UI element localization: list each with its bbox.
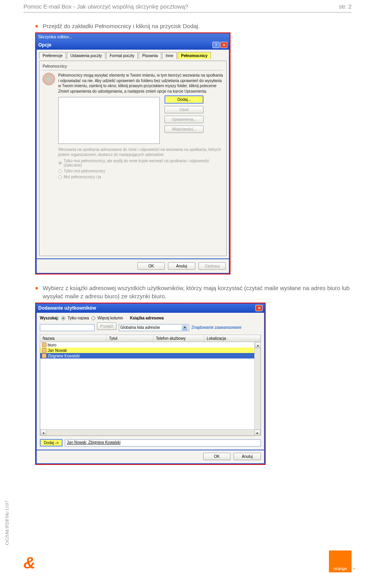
radio-more-cols[interactable] bbox=[91, 316, 95, 320]
users-list[interactable]: biuro Jan Nowak Zbigniew Kowalski ▴ ◂ ▸ bbox=[40, 342, 261, 436]
scroll-up-icon[interactable]: ▴ bbox=[255, 342, 261, 348]
permissions-button[interactable]: Uprawnienia... bbox=[164, 116, 204, 123]
tab-preferencje[interactable]: Preferencje bbox=[39, 52, 66, 59]
delegates-description: Pełnomocnicy mogą wysyłać elementy w Two… bbox=[58, 73, 223, 94]
radio-3[interactable] bbox=[58, 175, 62, 179]
user-icon bbox=[42, 342, 46, 347]
radio-1[interactable] bbox=[58, 161, 62, 165]
screenshot-dodawanie: Dodawanie użytkowników ✕ Wyszukaj: Tylko… bbox=[35, 303, 266, 465]
item-label: Zbigniew Kowalski bbox=[48, 354, 80, 358]
advanced-search-link[interactable]: Znajdowanie zaawansowane bbox=[191, 325, 241, 330]
selected-users-field[interactable]: Jan Nowak; Zbigniew Kowalski bbox=[65, 439, 261, 446]
ok-button[interactable]: OK bbox=[138, 262, 165, 270]
col-title[interactable]: Tytuł bbox=[107, 335, 154, 342]
chevron-down-icon: ▾ bbox=[182, 325, 188, 330]
addressbook-combo[interactable]: Globalna lista adresów ▾ bbox=[119, 324, 189, 331]
search-label: Wyszukaj: bbox=[40, 316, 59, 320]
bullet-icon: ■ bbox=[35, 285, 38, 300]
list-header: Nazwa Tytuł Telefon służbowy Lokalizacja bbox=[40, 335, 261, 342]
dialog-title: Opcje bbox=[38, 42, 51, 48]
ok-button[interactable]: OK bbox=[203, 453, 230, 460]
scroll-left-icon[interactable]: ◂ bbox=[40, 430, 46, 436]
doc-title: Pomoc E-mail Box - Jak utworzyć wspólną … bbox=[23, 3, 188, 10]
properties-button[interactable]: Właściwości... bbox=[164, 125, 204, 133]
addressbook-label: Książka adresowa bbox=[130, 316, 164, 320]
delegates-icon bbox=[43, 73, 55, 85]
step2-text: Wybierz z książki adresowej wszystkich u… bbox=[43, 284, 352, 300]
user-icon bbox=[42, 353, 46, 358]
scrollbar-horizontal[interactable]: ◂ ▸ bbox=[40, 429, 261, 436]
radio-name-label: Tylko nazwa bbox=[68, 316, 89, 320]
radio-more-label: Więcej kolumn bbox=[98, 316, 123, 320]
titlebar: Dodawanie użytkowników ✕ bbox=[36, 303, 265, 313]
list-item[interactable]: Zbigniew Kowalski bbox=[40, 353, 261, 359]
add-button[interactable]: Dodaj... bbox=[164, 95, 204, 104]
close-button[interactable]: ✕ bbox=[220, 42, 227, 48]
bullet-icon: ■ bbox=[35, 23, 38, 30]
item-label: Jan Nowak bbox=[48, 348, 67, 353]
radio-2[interactable] bbox=[58, 169, 62, 173]
radio-name-only[interactable] bbox=[61, 316, 65, 320]
scrollbar-vertical[interactable]: ▴ bbox=[254, 342, 261, 429]
search-input[interactable] bbox=[40, 324, 95, 331]
step1-text: Przejdź do zakładki Pełnomocnicy i klikn… bbox=[43, 22, 200, 30]
combo-value: Globalna lista adresów bbox=[120, 325, 160, 330]
scroll-right-icon[interactable]: ▸ bbox=[254, 430, 261, 436]
fieldset-label: Pełnomocnicy bbox=[43, 64, 223, 68]
help-button[interactable]: ? bbox=[212, 42, 220, 48]
tab-format-poczty[interactable]: Format poczty bbox=[106, 52, 138, 59]
tab-pelnomocnicy[interactable]: Pełnomocnicy bbox=[178, 52, 211, 59]
list-item[interactable]: biuro bbox=[40, 342, 261, 348]
page-number: str. 2 bbox=[339, 3, 352, 10]
col-phone[interactable]: Telefon służbowy bbox=[154, 335, 204, 342]
tab-ustawienia-poczty[interactable]: Ustawienia poczty bbox=[67, 52, 105, 59]
delegates-listbox[interactable] bbox=[58, 97, 160, 144]
list-item[interactable]: Jan Nowak bbox=[40, 348, 261, 353]
dialog-title: Dodawanie użytkowników bbox=[38, 305, 96, 311]
item-label: biuro bbox=[48, 343, 56, 347]
delivery-note: Wezwania na spotkania adresowane do mnie… bbox=[58, 147, 223, 157]
tab-inne[interactable]: Inne bbox=[162, 52, 177, 59]
apply-button[interactable]: Zastosuj bbox=[198, 262, 226, 270]
cancel-button[interactable]: Anuluj bbox=[168, 262, 195, 270]
col-location[interactable]: Lokalizacja bbox=[204, 335, 261, 342]
close-button[interactable]: ✕ bbox=[255, 305, 262, 311]
radio-1-label: Tylko moi pełnomocnicy, ale wyślij do mn… bbox=[64, 159, 223, 167]
orange-logo: orange bbox=[329, 550, 352, 572]
go-button[interactable]: Przejdź bbox=[97, 323, 116, 330]
titlebar: Opcje ? ✕ bbox=[36, 40, 230, 50]
user-icon bbox=[42, 348, 46, 353]
radio-2-label: Tylko moi pełnomocnicy bbox=[64, 169, 105, 173]
screenshot-opcje: Skrzynka odbior... Opcje ? ✕ Preferencje… bbox=[35, 32, 230, 274]
cancel-button[interactable]: Anuluj bbox=[234, 453, 261, 460]
radio-3-label: Moi pełnomocnicy i ja bbox=[64, 175, 101, 179]
tab-pisownia[interactable]: Pisownia bbox=[139, 52, 161, 59]
ampersand-logo: & bbox=[23, 554, 35, 572]
partial-window-title: Skrzynka odbior... bbox=[36, 33, 230, 40]
remove-button[interactable]: Usuń bbox=[164, 106, 204, 113]
col-name[interactable]: Nazwa bbox=[40, 335, 107, 342]
add-to-button[interactable]: Dodaj -> bbox=[40, 439, 62, 446]
doc-code: OGSM/PDF06/1107 bbox=[4, 500, 10, 545]
